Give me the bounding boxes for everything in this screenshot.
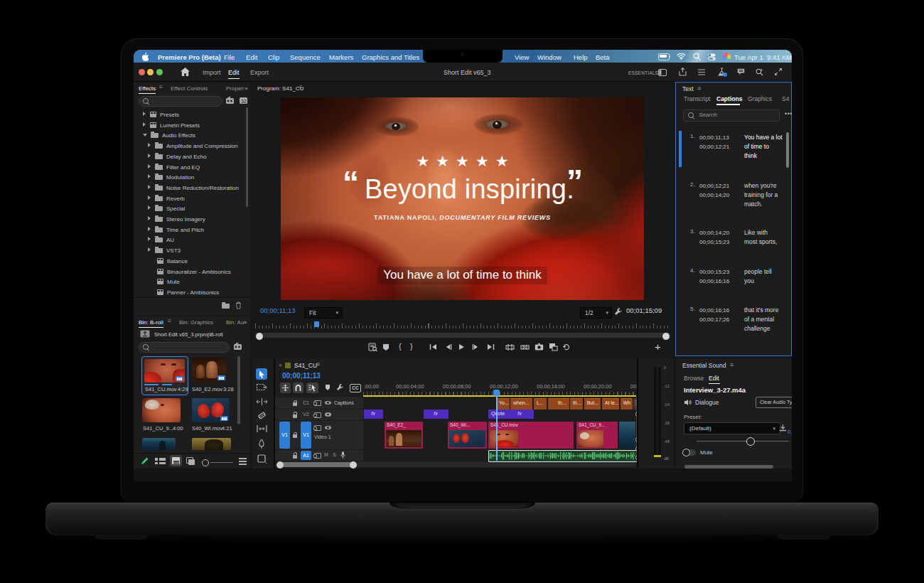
svg-text:32: 32 xyxy=(241,99,247,104)
